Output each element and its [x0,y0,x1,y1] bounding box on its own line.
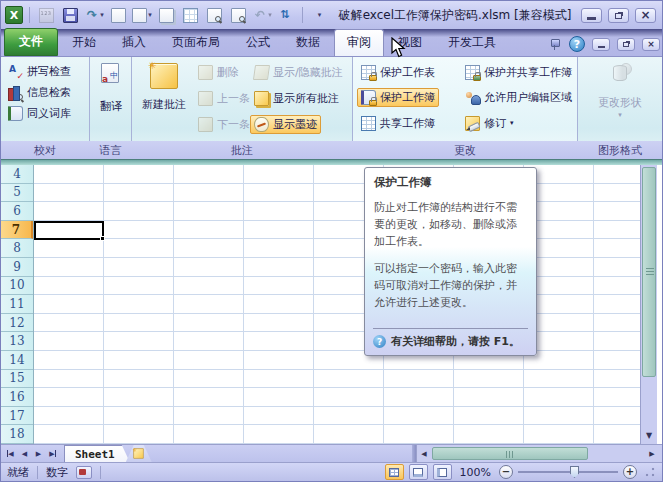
macro-record-button[interactable] [76,466,92,479]
track-changes-button[interactable]: 修订 ▾ [461,114,518,133]
help-button[interactable]: ? [569,36,585,52]
zoom-in-button[interactable]: + [623,465,637,479]
zoom-level[interactable]: 100% [460,466,491,479]
row-header[interactable]: 14 [1,351,33,370]
workbook-restore-button[interactable] [617,38,635,51]
new-blank-button[interactable]: ▾ [132,5,152,25]
cell-grid[interactable] [34,165,641,444]
vertical-scrollbar-thumb[interactable] [642,167,656,377]
next-comment-button: 下一条 [194,115,254,134]
show-ink-button[interactable]: 显示墨迹 [250,115,321,134]
row-header[interactable]: 18 [1,425,33,444]
find-button[interactable] [204,5,224,25]
vertical-scrollbar[interactable]: ▼ [640,165,657,444]
tooltip-help-icon: ? [373,335,386,348]
scroll-down-button[interactable]: ▼ [642,429,656,442]
thesaurus-button[interactable]: 同义词库 [4,104,75,123]
numlock-indicator: 数字 [46,465,68,480]
group-label-proofing[interactable]: 校对 [1,141,89,159]
next-sheet-button[interactable]: ▶ [32,447,45,460]
minimize-button[interactable] [581,8,602,23]
row-header[interactable]: 9 [1,258,33,277]
close-button[interactable]: × [635,8,656,23]
insert-cells-button[interactable] [180,5,200,25]
show-all-comments-button[interactable]: 显示所有批注 [250,89,343,108]
fill-handle[interactable] [100,236,105,241]
sheet-tab-sheet1[interactable]: Sheet1 [64,445,130,462]
row-header[interactable]: 12 [1,314,33,333]
tab-file[interactable]: 文件 [4,28,58,56]
tab-home[interactable]: 开始 [60,30,108,56]
tab-page-layout[interactable]: 页面布局 [160,30,232,56]
tab-developer[interactable]: 开发工具 [436,30,508,56]
delete-comment-button: 删除 [194,63,243,82]
row-header[interactable]: 4 [1,165,33,184]
zoom-slider[interactable] [518,465,618,479]
ribbon: 拼写检查 信息检索 同义词库 校对 翻译 语言 [1,57,662,159]
horizontal-scrollbar-thumb[interactable] [432,447,588,460]
first-sheet-button[interactable]: ◀ [4,447,17,460]
new-comment-button[interactable]: ✳ 新建批注 [138,63,190,112]
allow-users-edit-ranges-button[interactable]: 允许用户编辑区域 [461,88,576,107]
row-header[interactable]: 15 [1,370,33,389]
row-header[interactable]: 16 [1,388,33,407]
copies-button[interactable] [156,5,176,25]
redo-dropdown-icon[interactable]: ▾ [100,11,104,19]
new-document-button[interactable] [108,5,128,25]
resize-grip[interactable] [644,466,656,478]
customize-quick-access-button[interactable]: ▾ [309,5,329,25]
page-break-view-button[interactable] [433,464,452,480]
normal-view-button[interactable] [385,464,404,480]
divider [29,7,30,23]
row-header[interactable]: 13 [1,332,33,351]
group-comments: ✳ 新建批注 删除 上一条 下一条 显示/隐藏批注 显示所有批注 [132,57,353,159]
horizontal-scrollbar[interactable]: ◀ ▶ [416,445,662,462]
close-icon: × [640,9,650,21]
restore-button[interactable] [608,8,629,23]
tab-insert[interactable]: 插入 [110,30,158,56]
save-button[interactable] [60,5,80,25]
last-sheet-button[interactable]: ▶ [46,447,59,460]
page-layout-view-button[interactable] [409,464,428,480]
group-label-comments[interactable]: 批注 [132,141,352,159]
tab-data[interactable]: 数据 [284,30,332,56]
print-preview-button[interactable] [228,5,248,25]
group-label-language[interactable]: 语言 [90,141,131,159]
protect-sheet-button[interactable]: 保护工作表 [357,63,439,82]
group-proofing: 拼写检查 信息检索 同义词库 校对 [1,57,90,159]
minimize-icon [598,46,605,48]
previous-sheet-button[interactable]: ◀ [18,447,31,460]
spell-check-button[interactable]: 拼写检查 [4,62,75,81]
row-header[interactable]: 11 [1,295,33,314]
scroll-left-button[interactable]: ◀ [418,447,430,460]
row-header[interactable]: 10 [1,277,33,296]
row-header[interactable]: 6 [1,202,33,221]
track-changes-dropdown-icon[interactable]: ▾ [510,120,514,127]
sort-filter-button[interactable] [276,5,296,25]
mouse-cursor [391,37,407,59]
redo-button[interactable]: ↷▾ [84,5,104,25]
share-workbook-button[interactable]: 共享工作簿 [357,114,439,133]
group-label-changes[interactable]: 更改 [353,141,577,159]
row-header-selected[interactable]: 7 [1,221,33,240]
zoom-out-button[interactable]: − [499,465,513,479]
research-button[interactable]: 信息检索 [4,83,75,102]
row-header[interactable]: 8 [1,239,33,258]
tab-formulas[interactable]: 公式 [234,30,282,56]
new-blank-dropdown-icon[interactable]: ▾ [148,11,152,19]
insert-worksheet-button[interactable]: ✳ [126,445,152,462]
protect-workbook-button[interactable]: 保护工作簿 [357,88,439,107]
translate-button[interactable]: 翻译 [95,63,127,114]
tab-review[interactable]: 审阅 [334,29,384,56]
row-header[interactable]: 5 [1,184,33,203]
workbook-minimize-button[interactable] [592,38,610,51]
scroll-right-button[interactable]: ▶ [646,447,658,460]
pin-ribbon-icon[interactable] [548,37,562,51]
row-header[interactable]: 17 [1,407,33,426]
active-cell[interactable] [34,221,104,240]
group-label-graphics-format[interactable]: 图形格式 [578,141,662,159]
workbook-close-button[interactable]: × [642,38,660,51]
protect-share-workbook-button[interactable]: 保护并共享工作簿 [461,63,576,82]
worksheet[interactable]: 4 5 6 7 8 9 10 11 12 13 14 15 16 17 18 保… [1,165,662,444]
zoom-slider-handle[interactable] [570,466,579,478]
